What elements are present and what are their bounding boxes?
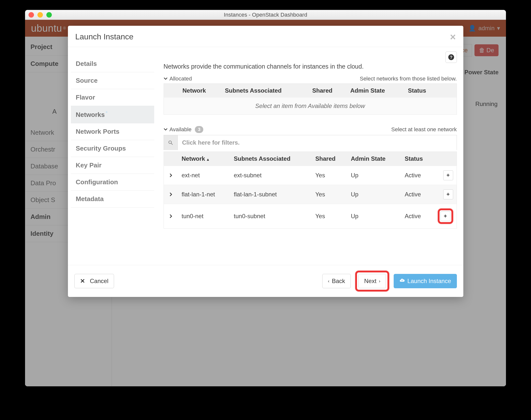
step-networks[interactable]: Networks* xyxy=(71,106,154,123)
modal-title: Launch Instance xyxy=(75,32,134,41)
chevron-left-icon: ‹ xyxy=(328,279,329,284)
step-flavor[interactable]: Flavor xyxy=(71,89,154,106)
table-row: flat-lan-1-netflat-lan-1-subnetYesUpActi… xyxy=(164,185,457,204)
step-details[interactable]: Details xyxy=(71,55,154,72)
allocated-table: Network Subnets Associated Shared Admin … xyxy=(164,83,457,115)
expand-row-button[interactable] xyxy=(168,191,174,197)
add-highlight: + xyxy=(438,209,453,224)
launch-label: Launch Instance xyxy=(407,278,451,285)
chevron-down-icon xyxy=(164,76,168,82)
footer-right: ‹ Back Next › Launch Instance xyxy=(322,271,457,291)
col-subnets: Subnets Associated xyxy=(221,84,308,98)
table-row: ext-netext-subnetYesUpActive+ xyxy=(164,166,457,185)
step-key-pair[interactable]: Key Pair xyxy=(71,157,154,174)
filter-row xyxy=(164,135,457,150)
expand-row-button[interactable] xyxy=(168,213,174,219)
allocated-label: Allocated xyxy=(170,76,192,82)
back-button[interactable]: ‹ Back xyxy=(322,274,351,288)
close-icon[interactable]: × xyxy=(450,34,456,40)
window-title: Instances - OpenStack Dashboard xyxy=(25,12,506,18)
required-asterisk-icon: * xyxy=(106,110,108,115)
x-icon xyxy=(80,278,88,285)
cloud-upload-icon xyxy=(399,278,405,285)
next-highlight: Next › xyxy=(355,271,389,291)
cell-shared: Yes xyxy=(311,185,347,204)
allocated-toggle[interactable]: Allocated xyxy=(164,76,192,82)
col-network[interactable]: Network▲ xyxy=(178,152,230,166)
allocated-section-row: Allocated Select networks from those lis… xyxy=(164,76,457,82)
back-label: Back xyxy=(332,278,345,285)
next-button[interactable]: Next › xyxy=(358,274,386,288)
help-button[interactable]: ? xyxy=(445,52,457,63)
app-body: ubuntu® ☰ default • admin ▾ 👤 admin ▾ Pr… xyxy=(25,20,506,386)
step-source[interactable]: Source xyxy=(71,72,154,89)
cancel-button[interactable]: Cancel xyxy=(74,274,114,288)
cancel-label: Cancel xyxy=(90,278,109,285)
step-metadata[interactable]: Metadata xyxy=(71,191,154,208)
modal-footer: Cancel ‹ Back Next › xyxy=(68,265,463,297)
app-window: Instances - OpenStack Dashboard ubuntu® … xyxy=(25,10,506,386)
cell-status: Active xyxy=(401,204,434,229)
cell-status: Active xyxy=(401,185,434,204)
cell-admin: Up xyxy=(347,166,401,185)
cell-network: tun0-net xyxy=(178,204,230,229)
mac-titlebar: Instances - OpenStack Dashboard xyxy=(25,10,506,20)
col-admin[interactable]: Admin State xyxy=(347,152,401,166)
col-network: Network xyxy=(178,84,221,98)
svg-line-3 xyxy=(171,143,173,145)
available-hint: Select at least one network xyxy=(391,126,457,133)
cell-subnet: ext-subnet xyxy=(230,166,311,185)
modal-header: Launch Instance × xyxy=(68,26,463,47)
add-network-button[interactable]: + xyxy=(441,211,450,221)
modal-overlay: Launch Instance × Details Source Flavor … xyxy=(25,20,506,386)
chevron-down-icon xyxy=(164,126,168,133)
add-network-button[interactable]: + xyxy=(443,189,453,199)
wizard-content: ? Networks provide the communication cha… xyxy=(157,47,463,265)
step-network-ports[interactable]: Network Ports xyxy=(71,123,154,140)
available-table: Network▲ Subnets Associated Shared Admin… xyxy=(164,152,457,229)
cell-add: + xyxy=(434,166,457,185)
col-shared: Shared xyxy=(308,84,346,98)
col-admin: Admin State xyxy=(346,84,404,98)
table-row: tun0-nettun0-subnetYesUpActive+ xyxy=(164,204,457,229)
search-icon xyxy=(164,135,178,150)
cell-status: Active xyxy=(401,166,434,185)
step-security-groups[interactable]: Security Groups xyxy=(71,140,154,157)
next-label: Next xyxy=(364,278,376,285)
allocated-empty-text: Select an item from Available items belo… xyxy=(164,98,457,115)
modal-body: Details Source Flavor Networks* Network … xyxy=(68,47,463,265)
available-count-badge: 3 xyxy=(195,126,203,133)
intro-text: Networks provide the communication chann… xyxy=(164,63,457,70)
cell-admin: Up xyxy=(347,204,401,229)
cell-add: + xyxy=(434,204,457,229)
cell-subnet: flat-lan-1-subnet xyxy=(230,185,311,204)
expand-row-button[interactable] xyxy=(168,172,174,178)
launch-instance-modal: Launch Instance × Details Source Flavor … xyxy=(68,26,463,297)
cell-add: + xyxy=(434,185,457,204)
sort-asc-icon: ▲ xyxy=(206,157,210,161)
help-icon: ? xyxy=(448,54,455,61)
cell-shared: Yes xyxy=(311,166,347,185)
svg-point-2 xyxy=(169,141,172,144)
col-status: Status xyxy=(404,84,439,98)
svg-text:?: ? xyxy=(450,55,452,59)
chevron-right-icon: › xyxy=(379,279,380,284)
available-toggle[interactable]: Available 3 xyxy=(164,126,204,133)
add-network-button[interactable]: + xyxy=(443,170,453,180)
available-section-row: Available 3 Select at least one network xyxy=(164,126,457,133)
allocated-hint: Select networks from those listed below. xyxy=(360,76,457,82)
filter-input[interactable] xyxy=(178,135,457,150)
cell-network: flat-lan-1-net xyxy=(178,185,230,204)
wizard-steps: Details Source Flavor Networks* Network … xyxy=(68,47,157,265)
col-status[interactable]: Status xyxy=(401,152,434,166)
col-subnets[interactable]: Subnets Associated xyxy=(230,152,311,166)
cell-subnet: tun0-subnet xyxy=(230,204,311,229)
col-shared[interactable]: Shared xyxy=(311,152,347,166)
cell-network: ext-net xyxy=(178,166,230,185)
step-label: Networks xyxy=(76,111,105,118)
cell-admin: Up xyxy=(347,185,401,204)
available-label: Available xyxy=(170,126,192,133)
step-configuration[interactable]: Configuration xyxy=(71,174,154,191)
cell-shared: Yes xyxy=(311,204,347,229)
launch-instance-button[interactable]: Launch Instance xyxy=(394,274,457,288)
